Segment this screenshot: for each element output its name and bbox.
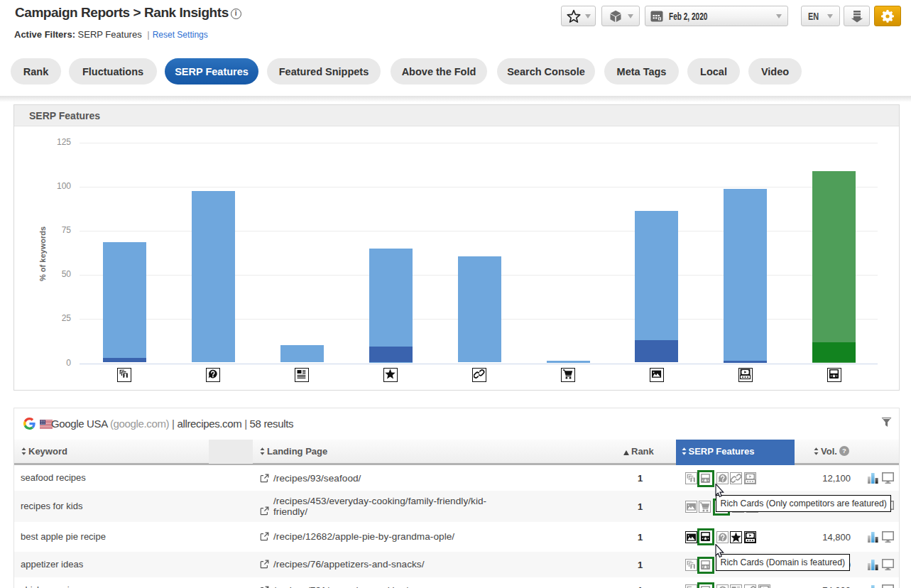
svg-text:?: ? <box>843 447 847 454</box>
